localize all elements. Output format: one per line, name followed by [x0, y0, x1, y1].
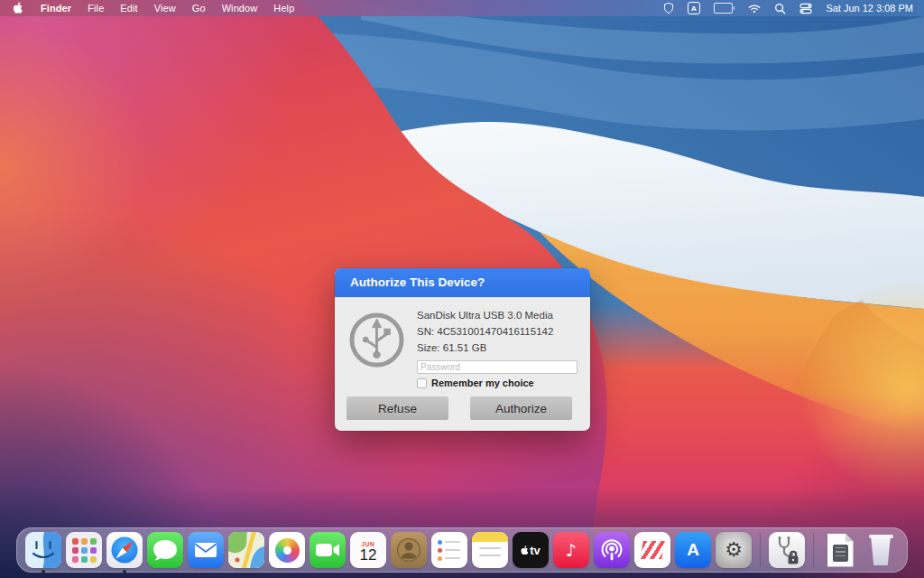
- password-input[interactable]: [417, 360, 578, 374]
- dock-icon-notes[interactable]: [472, 532, 508, 568]
- music-note-icon: ♪: [566, 540, 577, 560]
- refuse-button[interactable]: Refuse: [346, 396, 448, 420]
- menu-bar: Finder File Edit View Go Window Help A: [0, 0, 924, 16]
- dock-icon-news[interactable]: [634, 532, 670, 568]
- notes-header-band: [472, 532, 508, 542]
- menu-help[interactable]: Help: [265, 3, 302, 14]
- dock-icon-maps[interactable]: [228, 532, 264, 568]
- remember-label: Remember my choice: [431, 378, 534, 388]
- menu-bar-clock[interactable]: Sat Jun 12 3:08 PM: [826, 3, 913, 14]
- news-stripes-icon: [640, 541, 665, 559]
- dock-icon-messages[interactable]: [147, 532, 183, 568]
- authorize-device-dialog: Authorize This Device? SanDisk Ultra USB…: [335, 268, 590, 431]
- dock-icon-stethoscope-security-app[interactable]: [769, 532, 805, 568]
- podcasts-waves-icon: [594, 532, 630, 568]
- dock-icon-safari[interactable]: [106, 532, 143, 568]
- menu-window[interactable]: Window: [214, 3, 266, 14]
- dock-icon-calendar[interactable]: JUN 12: [350, 532, 386, 568]
- dock: JUN 12: [16, 527, 908, 573]
- device-size: Size: 61.51 GB: [417, 340, 578, 356]
- dock-icon-contacts[interactable]: [391, 532, 427, 568]
- running-indicator: [42, 570, 45, 573]
- trash-bin-icon: [870, 537, 892, 565]
- apple-menu[interactable]: [11, 2, 32, 14]
- menu-edit[interactable]: Edit: [112, 3, 145, 14]
- dock-icon-tv[interactable]: tv: [513, 532, 549, 568]
- document-page-icon: [827, 534, 854, 567]
- input-source-icon[interactable]: A: [688, 2, 700, 14]
- trash-rim-icon: [869, 535, 893, 539]
- usb-device-icon: [348, 312, 405, 388]
- speech-bubble-icon: [147, 532, 183, 568]
- apple-logo-icon: [13, 2, 23, 14]
- dock-icon-trash[interactable]: [863, 532, 899, 568]
- menu-file[interactable]: File: [79, 3, 112, 14]
- tv-label: tv: [530, 544, 541, 557]
- dialog-buttons: Refuse Authorize: [335, 388, 590, 431]
- app-store-a-icon: A: [687, 540, 699, 560]
- map-icon: [228, 532, 264, 568]
- dock-divider: [813, 533, 814, 567]
- dialog-title: Authorize This Device?: [335, 268, 590, 297]
- remember-choice-row: Remember my choice: [417, 378, 578, 388]
- launchpad-grid-icon: [72, 538, 97, 563]
- battery-icon[interactable]: [714, 3, 735, 14]
- shield-icon[interactable]: [663, 2, 674, 14]
- video-camera-icon: [310, 532, 346, 568]
- dock-divider: [760, 533, 761, 567]
- dialog-body: SanDisk Ultra USB 3.0 Media SN: 4C531001…: [335, 297, 590, 388]
- spotlight-search-icon[interactable]: [774, 3, 786, 14]
- dock-icon-mail[interactable]: [188, 532, 224, 568]
- person-silhouette-icon: [391, 532, 427, 568]
- dock-icon-music[interactable]: ♪: [553, 532, 589, 568]
- dock-icon-facetime[interactable]: [310, 532, 346, 568]
- menu-view[interactable]: View: [146, 3, 184, 14]
- safari-compass-icon: [110, 536, 139, 564]
- stethoscope-lock-icon: [769, 532, 805, 568]
- dock-icon-photos[interactable]: [269, 532, 305, 568]
- apple-logo-icon: [521, 545, 529, 555]
- device-name: SanDisk Ultra USB 3.0 Media: [417, 307, 578, 323]
- dock-icon-podcasts[interactable]: [594, 532, 630, 568]
- gear-icon: ⚙: [725, 540, 743, 560]
- running-indicator: [123, 570, 126, 573]
- remember-checkbox[interactable]: [417, 378, 427, 388]
- control-center-icon[interactable]: [799, 3, 812, 14]
- envelope-icon: [188, 532, 224, 568]
- dock-icon-system-preferences[interactable]: ⚙: [716, 532, 752, 568]
- calendar-day: 12: [360, 547, 377, 564]
- device-serial-number: SN: 4C531001470416115142: [417, 323, 578, 340]
- menu-go[interactable]: Go: [184, 3, 214, 14]
- dock-icon-app-store[interactable]: A: [675, 532, 711, 568]
- finder-face-icon: [25, 532, 61, 568]
- dock-icon-finder[interactable]: [25, 532, 61, 568]
- dock-icon-document[interactable]: [822, 532, 858, 568]
- dock-icon-reminders[interactable]: [431, 532, 467, 568]
- photos-flower-icon: [275, 538, 300, 563]
- device-info: SanDisk Ultra USB 3.0 Media SN: 4C531001…: [417, 307, 578, 388]
- menu-bar-left: Finder File Edit View Go Window Help: [11, 2, 302, 14]
- input-source-letter: A: [691, 5, 697, 13]
- wifi-icon[interactable]: [748, 4, 761, 14]
- menu-finder[interactable]: Finder: [32, 3, 79, 14]
- menu-bar-status: A Sat Jun 12 3:08 PM: [663, 2, 913, 14]
- dock-icon-launchpad[interactable]: [66, 532, 102, 568]
- authorize-button[interactable]: Authorize: [470, 396, 572, 420]
